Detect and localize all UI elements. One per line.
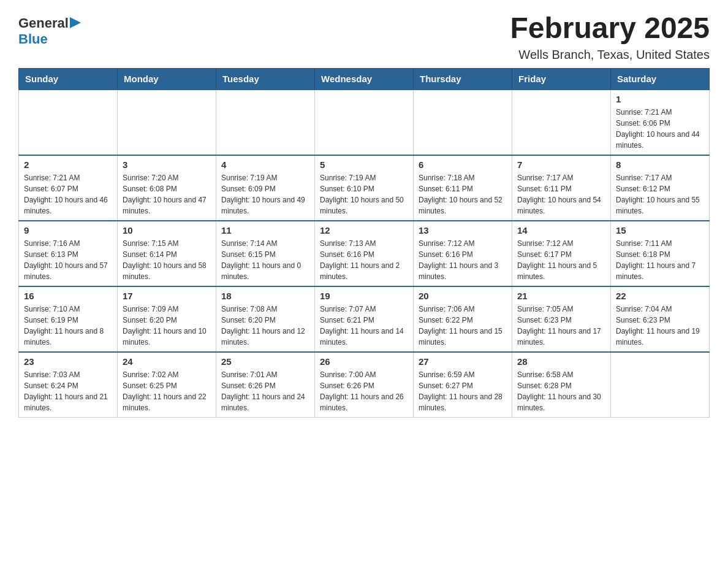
calendar-table: Sunday Monday Tuesday Wednesday Thursday…	[18, 68, 710, 418]
day-info: Sunrise: 7:21 AMSunset: 6:07 PMDaylight:…	[24, 172, 112, 216]
calendar-cell-w1-d1	[19, 90, 118, 155]
day-info: Sunrise: 7:03 AMSunset: 6:24 PMDaylight:…	[24, 369, 112, 413]
calendar-cell-w3-d3: 11Sunrise: 7:14 AMSunset: 6:15 PMDayligh…	[216, 221, 315, 286]
day-info: Sunrise: 7:08 AMSunset: 6:20 PMDaylight:…	[221, 304, 309, 348]
day-info: Sunrise: 7:12 AMSunset: 6:17 PMDaylight:…	[517, 238, 605, 282]
logo: General Blue	[18, 15, 81, 47]
day-number: 14	[517, 225, 605, 236]
header-tuesday: Tuesday	[216, 68, 315, 90]
day-info: Sunrise: 7:11 AMSunset: 6:18 PMDaylight:…	[616, 238, 704, 282]
calendar-cell-w4-d2: 17Sunrise: 7:09 AMSunset: 6:20 PMDayligh…	[118, 286, 216, 352]
calendar-cell-w3-d7: 15Sunrise: 7:11 AMSunset: 6:18 PMDayligh…	[611, 221, 710, 286]
calendar-cell-w2-d4: 5Sunrise: 7:19 AMSunset: 6:10 PMDaylight…	[315, 155, 414, 221]
day-number: 3	[123, 159, 211, 170]
week-row-2: 2Sunrise: 7:21 AMSunset: 6:07 PMDaylight…	[19, 155, 710, 221]
calendar-cell-w1-d3	[216, 90, 315, 155]
day-info: Sunrise: 7:15 AMSunset: 6:14 PMDaylight:…	[123, 238, 211, 282]
day-number: 21	[517, 291, 605, 301]
day-number: 20	[419, 291, 507, 301]
header-saturday: Saturday	[611, 68, 710, 90]
calendar-cell-w4-d1: 16Sunrise: 7:10 AMSunset: 6:19 PMDayligh…	[19, 286, 118, 352]
day-number: 22	[616, 291, 704, 301]
weekday-header-row: Sunday Monday Tuesday Wednesday Thursday…	[19, 68, 710, 90]
day-number: 16	[24, 291, 112, 301]
day-number: 9	[24, 225, 112, 236]
day-info: Sunrise: 7:19 AMSunset: 6:10 PMDaylight:…	[320, 172, 408, 216]
day-info: Sunrise: 7:20 AMSunset: 6:08 PMDaylight:…	[123, 172, 211, 216]
day-number: 8	[616, 159, 704, 170]
calendar-cell-w1-d7: 1Sunrise: 7:21 AMSunset: 6:06 PMDaylight…	[611, 90, 710, 155]
day-info: Sunrise: 7:07 AMSunset: 6:21 PMDaylight:…	[320, 304, 408, 348]
calendar-cell-w3-d4: 12Sunrise: 7:13 AMSunset: 6:16 PMDayligh…	[315, 221, 414, 286]
day-number: 6	[419, 159, 507, 170]
day-info: Sunrise: 7:01 AMSunset: 6:26 PMDaylight:…	[221, 369, 309, 413]
calendar-cell-w4-d3: 18Sunrise: 7:08 AMSunset: 6:20 PMDayligh…	[216, 286, 315, 352]
day-info: Sunrise: 7:06 AMSunset: 6:22 PMDaylight:…	[419, 304, 507, 348]
logo-triangle-icon	[70, 17, 81, 28]
title-block: February 2025 Wells Branch, Texas, Unite…	[510, 12, 710, 62]
week-row-5: 23Sunrise: 7:03 AMSunset: 6:24 PMDayligh…	[19, 352, 710, 418]
day-number: 26	[320, 356, 408, 367]
day-info: Sunrise: 7:18 AMSunset: 6:11 PMDaylight:…	[419, 172, 507, 216]
day-info: Sunrise: 7:19 AMSunset: 6:09 PMDaylight:…	[221, 172, 309, 216]
calendar-cell-w3-d1: 9Sunrise: 7:16 AMSunset: 6:13 PMDaylight…	[19, 221, 118, 286]
calendar-cell-w1-d5	[414, 90, 512, 155]
calendar-cell-w5-d2: 24Sunrise: 7:02 AMSunset: 6:25 PMDayligh…	[118, 352, 216, 418]
svg-marker-0	[70, 17, 81, 28]
calendar-cell-w5-d3: 25Sunrise: 7:01 AMSunset: 6:26 PMDayligh…	[216, 352, 315, 418]
day-number: 28	[517, 356, 605, 367]
day-info: Sunrise: 7:02 AMSunset: 6:25 PMDaylight:…	[123, 369, 211, 413]
calendar-cell-w2-d6: 7Sunrise: 7:17 AMSunset: 6:11 PMDaylight…	[512, 155, 611, 221]
day-number: 12	[320, 225, 408, 236]
day-info: Sunrise: 7:14 AMSunset: 6:15 PMDaylight:…	[221, 238, 309, 282]
header-thursday: Thursday	[414, 68, 512, 90]
day-number: 5	[320, 159, 408, 170]
day-info: Sunrise: 7:12 AMSunset: 6:16 PMDaylight:…	[419, 238, 507, 282]
day-number: 7	[517, 159, 605, 170]
day-number: 18	[221, 291, 309, 301]
logo-blue-text: Blue	[18, 31, 48, 47]
day-info: Sunrise: 7:04 AMSunset: 6:23 PMDaylight:…	[616, 304, 704, 348]
day-number: 17	[123, 291, 211, 301]
header-wednesday: Wednesday	[315, 68, 414, 90]
calendar-cell-w2-d7: 8Sunrise: 7:17 AMSunset: 6:12 PMDaylight…	[611, 155, 710, 221]
day-info: Sunrise: 7:10 AMSunset: 6:19 PMDaylight:…	[24, 304, 112, 348]
week-row-4: 16Sunrise: 7:10 AMSunset: 6:19 PMDayligh…	[19, 286, 710, 352]
day-info: Sunrise: 6:59 AMSunset: 6:27 PMDaylight:…	[419, 369, 507, 413]
header-friday: Friday	[512, 68, 611, 90]
calendar-cell-w2-d2: 3Sunrise: 7:20 AMSunset: 6:08 PMDaylight…	[118, 155, 216, 221]
calendar-cell-w5-d4: 26Sunrise: 7:00 AMSunset: 6:26 PMDayligh…	[315, 352, 414, 418]
day-info: Sunrise: 7:16 AMSunset: 6:13 PMDaylight:…	[24, 238, 112, 282]
page-title: February 2025	[510, 12, 710, 45]
day-number: 10	[123, 225, 211, 236]
calendar-cell-w2-d5: 6Sunrise: 7:18 AMSunset: 6:11 PMDaylight…	[414, 155, 512, 221]
calendar-cell-w1-d6	[512, 90, 611, 155]
calendar-cell-w4-d6: 21Sunrise: 7:05 AMSunset: 6:23 PMDayligh…	[512, 286, 611, 352]
day-number: 11	[221, 225, 309, 236]
day-number: 2	[24, 159, 112, 170]
day-info: Sunrise: 6:58 AMSunset: 6:28 PMDaylight:…	[517, 369, 605, 413]
day-info: Sunrise: 7:00 AMSunset: 6:26 PMDaylight:…	[320, 369, 408, 413]
page-subtitle: Wells Branch, Texas, United States	[510, 48, 710, 62]
header-sunday: Sunday	[19, 68, 118, 90]
calendar-cell-w3-d2: 10Sunrise: 7:15 AMSunset: 6:14 PMDayligh…	[118, 221, 216, 286]
calendar-cell-w5-d5: 27Sunrise: 6:59 AMSunset: 6:27 PMDayligh…	[414, 352, 512, 418]
day-number: 4	[221, 159, 309, 170]
week-row-3: 9Sunrise: 7:16 AMSunset: 6:13 PMDaylight…	[19, 221, 710, 286]
header-monday: Monday	[118, 68, 216, 90]
week-row-1: 1Sunrise: 7:21 AMSunset: 6:06 PMDaylight…	[19, 90, 710, 155]
calendar-cell-w2-d3: 4Sunrise: 7:19 AMSunset: 6:09 PMDaylight…	[216, 155, 315, 221]
day-number: 27	[419, 356, 507, 367]
day-number: 23	[24, 356, 112, 367]
page-header: General Blue February 2025 Wells Branch,…	[18, 12, 710, 62]
day-info: Sunrise: 7:13 AMSunset: 6:16 PMDaylight:…	[320, 238, 408, 282]
calendar-cell-w1-d4	[315, 90, 414, 155]
calendar-cell-w4-d7: 22Sunrise: 7:04 AMSunset: 6:23 PMDayligh…	[611, 286, 710, 352]
calendar-cell-w2-d1: 2Sunrise: 7:21 AMSunset: 6:07 PMDaylight…	[19, 155, 118, 221]
calendar-cell-w5-d1: 23Sunrise: 7:03 AMSunset: 6:24 PMDayligh…	[19, 352, 118, 418]
day-info: Sunrise: 7:05 AMSunset: 6:23 PMDaylight:…	[517, 304, 605, 348]
calendar-cell-w5-d6: 28Sunrise: 6:58 AMSunset: 6:28 PMDayligh…	[512, 352, 611, 418]
calendar-cell-w3-d5: 13Sunrise: 7:12 AMSunset: 6:16 PMDayligh…	[414, 221, 512, 286]
calendar-cell-w1-d2	[118, 90, 216, 155]
day-info: Sunrise: 7:17 AMSunset: 6:11 PMDaylight:…	[517, 172, 605, 216]
